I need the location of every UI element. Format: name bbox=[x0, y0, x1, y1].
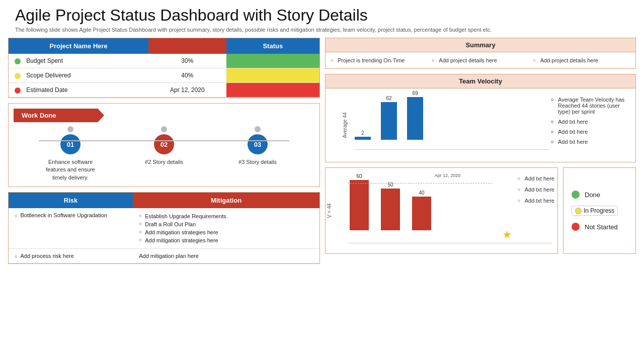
work-done-card: Work Done 01 Enhance software features a… bbox=[8, 103, 320, 187]
mitigation-item: Draft a Roll Out Plan bbox=[139, 220, 313, 228]
page-title: Agile Project Status Dashboard with Stor… bbox=[0, 0, 644, 27]
summary-card: Summary Project is trending On-TimeAdd p… bbox=[325, 38, 636, 69]
risk-table-row: ○ Add process risk here Add mitigation p… bbox=[9, 249, 319, 263]
sprint-bar-group: 50 bbox=[381, 182, 400, 230]
legend-dot bbox=[572, 223, 580, 231]
bullet-icon: ○ bbox=[518, 187, 520, 192]
bullet-icon: ○ bbox=[518, 198, 520, 203]
step-text: #2 Story details bbox=[145, 158, 183, 166]
sprint-date-label: Apr 12, 2020 bbox=[435, 173, 461, 178]
project-row-status bbox=[226, 83, 319, 98]
step-circle: 02 bbox=[154, 134, 174, 154]
timeline-line bbox=[39, 140, 289, 141]
timeline-step: 02 #2 Story details bbox=[117, 126, 211, 182]
work-timeline: 01 Enhance software features and ensure … bbox=[9, 126, 319, 182]
sprint-star-icon: ★ bbox=[502, 228, 512, 241]
project-table-row: Budget Spent 30% bbox=[9, 54, 319, 68]
project-table-row: Estimated Date Apr 12, 2020 bbox=[9, 83, 319, 98]
legend-item: In Progress bbox=[572, 206, 627, 216]
legend-dot bbox=[572, 191, 580, 199]
sprint-bar-group: 60 bbox=[350, 173, 369, 230]
risk-cell: ○ Bottleneck in Software Upgradation bbox=[9, 208, 133, 249]
risk-col1-header: Risk bbox=[9, 193, 133, 208]
velocity-info: ○Average Team Velocity has Reached 44 st… bbox=[551, 93, 631, 158]
project-row-label: Budget Spent bbox=[9, 54, 148, 68]
page-subtitle: The following slide shows Agile Project … bbox=[0, 27, 644, 38]
bar-top-label: 2 bbox=[361, 130, 364, 136]
bullet-icon: ○ bbox=[551, 119, 553, 124]
velocity-x-axis bbox=[355, 149, 549, 150]
legend-item: Done bbox=[572, 191, 627, 199]
status-dot bbox=[15, 58, 21, 64]
velocity-bar bbox=[355, 137, 371, 140]
sprint-bar bbox=[412, 197, 431, 230]
status-dot bbox=[15, 73, 21, 79]
work-done-header: Work Done bbox=[14, 109, 104, 122]
right-column: Summary Project is trending On-TimeAdd p… bbox=[325, 38, 636, 264]
velocity-bar-group: 69 bbox=[407, 90, 423, 140]
project-card: Project Name Here Status Budget Spent 30… bbox=[8, 38, 320, 98]
bottom-row: V = 44 Apr 12, 2020 60 50 40 ★ bbox=[325, 167, 636, 254]
timeline-step: 03 #3 Story details bbox=[211, 126, 304, 182]
risk-col2-header: Mitigation bbox=[133, 193, 319, 208]
mitigation-plain: Add mitigation plan here bbox=[139, 253, 199, 259]
velocity-bar bbox=[381, 102, 397, 140]
sprint-info-item: ○Add txt here bbox=[518, 195, 554, 206]
sprint-chart-area: V = 44 Apr 12, 2020 60 50 40 ★ bbox=[326, 168, 557, 253]
velocity-bar bbox=[407, 97, 423, 140]
project-row-value: 30% bbox=[148, 54, 226, 68]
risk-table-row: ○ Bottleneck in Software Upgradation Est… bbox=[9, 208, 319, 249]
velocity-content: Average 44 2 62 69 ○Average Team Velocit… bbox=[326, 88, 635, 162]
sprint-info-panel: ○Add txt here○Add txt here○Add txt here bbox=[518, 173, 554, 206]
project-row-label: Estimated Date bbox=[9, 83, 148, 98]
step-dot bbox=[67, 126, 73, 132]
mitigation-item: Add mitigation strategies here bbox=[139, 228, 313, 236]
risk-cell: ○ Add process risk here bbox=[9, 249, 133, 263]
legend-card: Done In Progress Not Started bbox=[563, 167, 636, 254]
project-table-row: Scope Delivered 40% bbox=[9, 68, 319, 83]
velocity-title: Team Velocity bbox=[326, 74, 635, 88]
project-row-value: 40% bbox=[148, 68, 226, 83]
project-table: Project Name Here Status Budget Spent 30… bbox=[9, 38, 319, 98]
bullet-icon: ○ bbox=[551, 139, 553, 144]
in-progress-badge: In Progress bbox=[572, 206, 618, 216]
bar-top-label: 62 bbox=[386, 96, 391, 101]
mitigation-cell: Add mitigation plan here bbox=[133, 249, 319, 263]
risk-label: Bottleneck in Software Upgradation bbox=[20, 212, 107, 218]
project-col3-header: Status bbox=[226, 38, 319, 54]
sprint-info-item: ○Add txt here bbox=[518, 184, 554, 195]
velocity-bar-group: 2 bbox=[355, 130, 371, 140]
step-circle: 03 bbox=[248, 134, 268, 154]
project-row-value: Apr 12, 2020 bbox=[148, 83, 226, 98]
legend-label: In Progress bbox=[584, 207, 614, 214]
bullet-icon: ○ bbox=[518, 176, 520, 181]
step-dot bbox=[255, 126, 261, 132]
velocity-y-label: Average 44 bbox=[342, 110, 348, 140]
summary-item: Project is trending On-Time bbox=[330, 57, 429, 63]
project-row-label: Scope Delivered bbox=[9, 68, 148, 83]
bar-top-label: 69 bbox=[412, 90, 418, 96]
legend-label: Not Started bbox=[585, 223, 618, 231]
bullet-icon: ○ bbox=[551, 129, 553, 134]
velocity-bar-group: 62 bbox=[381, 96, 397, 140]
summary-title: Summary bbox=[326, 38, 635, 52]
legend-label: Done bbox=[585, 191, 600, 199]
sprint-info-item: ○Add txt here bbox=[518, 173, 554, 184]
velocity-info-item: ○Average Team Velocity has Reached 44 st… bbox=[551, 95, 631, 117]
project-col1-header: Project Name Here bbox=[9, 38, 148, 54]
risk-table: Risk Mitigation ○ Bottleneck in Software… bbox=[9, 193, 319, 263]
step-text: Enhance software features and ensure tim… bbox=[43, 158, 98, 182]
sprint-bar-top-label: 40 bbox=[419, 190, 424, 196]
project-col2-header bbox=[148, 38, 226, 54]
project-row-status bbox=[226, 68, 319, 83]
step-circle: 01 bbox=[60, 134, 80, 154]
left-column: Project Name Here Status Budget Spent 30… bbox=[8, 38, 320, 264]
step-dot bbox=[161, 126, 167, 132]
sprint-chart-card: V = 44 Apr 12, 2020 60 50 40 ★ bbox=[325, 167, 558, 254]
velocity-chart-area: Average 44 2 62 69 bbox=[330, 93, 549, 158]
status-dot bbox=[15, 87, 21, 94]
bullet-icon: ○ bbox=[551, 97, 553, 102]
velocity-info-item: ○Add txt here bbox=[551, 137, 631, 147]
summary-item: Add project details here bbox=[431, 57, 530, 63]
sprint-dashed-line bbox=[348, 183, 492, 184]
